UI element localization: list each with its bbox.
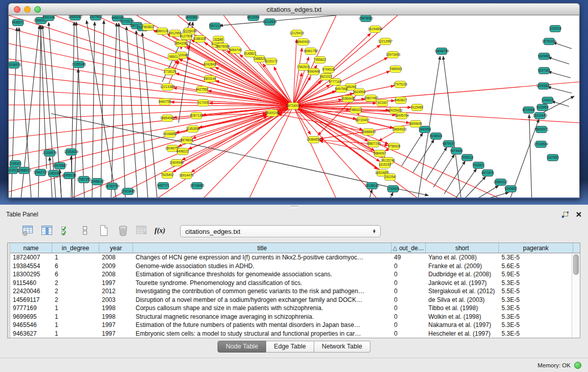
network-node[interactable]: 62160 [377, 100, 388, 106]
network-node[interactable]: 15751024 [542, 38, 557, 45]
network-node[interactable]: 18654985 [160, 115, 175, 122]
citation-edge-black[interactable] [488, 192, 509, 198]
network-node[interactable]: 20364436 [341, 96, 356, 102]
network-node[interactable]: 10654112 [493, 179, 508, 186]
network-node[interactable]: 21206576 [42, 150, 57, 157]
network-node[interactable]: 15718485 [190, 183, 205, 189]
select-columns-button[interactable] [59, 225, 73, 237]
citation-edge-black[interactable] [119, 23, 125, 198]
network-node[interactable]: 98601 [168, 54, 179, 60]
network-node[interactable]: 6879197 [443, 141, 455, 147]
network-node[interactable]: 8860128 [156, 28, 169, 35]
network-node[interactable]: 19218506 [263, 19, 277, 26]
vertical-scrollbar[interactable] [572, 253, 580, 338]
citation-edge-black[interactable] [553, 42, 572, 49]
table-row[interactable]: 1872400712008Changes of HCN gene express… [10, 253, 580, 262]
network-node[interactable]: 16154808 [368, 26, 383, 33]
citation-edge-black[interactable] [50, 157, 52, 198]
network-node[interactable]: 12125419 [290, 30, 304, 37]
citation-edge-red[interactable] [187, 58, 293, 106]
network-node[interactable]: 8454749 [229, 47, 242, 54]
network-node[interactable]: 7986322 [350, 107, 362, 114]
network-node[interactable]: 9127506 [180, 33, 193, 40]
network-node[interactable]: 9115954 [536, 104, 549, 111]
tab-node-table[interactable]: Node Table [217, 341, 266, 353]
network-node[interactable]: 18807299 [366, 141, 381, 147]
network-node[interactable]: 8471676 [482, 170, 494, 177]
citation-edge-red[interactable] [170, 114, 266, 134]
network-node[interactable]: 25206576 [8, 62, 21, 69]
panel-resize-handle[interactable] [0, 205, 588, 208]
network-node[interactable]: 18640910 [296, 39, 311, 46]
close-panel-icon[interactable] [576, 211, 582, 217]
network-node[interactable]: 1733426 [387, 186, 400, 192]
network-node[interactable]: 9457771 [157, 183, 170, 189]
citation-edge-black[interactable] [548, 57, 569, 64]
network-node[interactable]: 18300295 [265, 110, 280, 117]
citation-edge-black[interactable] [426, 147, 447, 180]
citation-edge-red[interactable] [320, 140, 374, 144]
network-node[interactable]: 1588520 [253, 56, 266, 62]
table-row[interactable]: 977716911998Corpus callosum shape and si… [10, 304, 580, 313]
network-node[interactable]: 8878834 [181, 137, 193, 144]
network-node[interactable]: 8267130 [190, 113, 203, 119]
network-node[interactable]: 16033803 [185, 15, 200, 21]
tab-network-table[interactable]: Network Table [314, 341, 371, 353]
network-node[interactable]: 8220172 [265, 58, 278, 65]
network-node[interactable]: 10807487 [364, 95, 379, 102]
network-node[interactable]: 18495764 [395, 113, 409, 119]
network-node[interactable]: 9756928 [388, 143, 401, 150]
network-node[interactable]: 3624554 [353, 89, 366, 96]
network-node[interactable]: 9794028 [322, 67, 335, 73]
network-node[interactable]: 19136141 [365, 183, 380, 189]
network-node[interactable]: 15692071 [534, 126, 549, 133]
network-node[interactable]: 9115460 [411, 104, 424, 111]
citation-edge-black[interactable] [529, 115, 532, 198]
network-node[interactable]: 1615152 [379, 162, 391, 168]
citation-edge-black[interactable] [548, 87, 572, 93]
citation-edge-red[interactable] [249, 106, 293, 198]
network-node[interactable]: 10688609 [361, 129, 376, 136]
network-node[interactable]: 12213967 [378, 38, 393, 45]
network-node[interactable]: 9245652 [505, 186, 517, 192]
column-header-short[interactable]: short [426, 243, 499, 253]
network-node[interactable]: 9777169 [329, 79, 342, 85]
network-node[interactable]: 9427552 [196, 86, 209, 93]
network-node[interactable]: 10653287 [68, 15, 83, 20]
network-node[interactable]: 7955822 [314, 57, 326, 63]
citation-edge-black[interactable] [465, 177, 486, 198]
network-node[interactable]: 1640954 [419, 126, 431, 133]
citation-edge-red[interactable] [293, 106, 500, 198]
column-header-pagerank[interactable]: pagerank [499, 243, 573, 253]
table-row[interactable]: 946554611997Estimation of the future num… [10, 321, 580, 330]
network-node[interactable]: 19384554 [307, 137, 321, 143]
table-row[interactable]: 911546021997Tourette syndrome. Phenomeno… [10, 279, 580, 288]
table-row[interactable]: 1830029562008Estimation of significance … [10, 270, 580, 279]
network-node[interactable]: 12093822 [536, 83, 551, 90]
network-node[interactable]: 1235301 [9, 161, 22, 167]
network-node[interactable]: 30975887 [53, 163, 68, 169]
network-node[interactable]: 1152519 [549, 26, 562, 32]
import-table-button[interactable] [135, 225, 148, 237]
citation-edge-black[interactable] [552, 101, 569, 106]
citation-edge-red[interactable] [9, 106, 293, 192]
float-panel-icon[interactable] [561, 211, 569, 218]
network-node[interactable]: 8990448 [308, 69, 320, 75]
citation-edge-red[interactable] [9, 74, 293, 106]
table-select-combobox[interactable]: citations_edges.txt ▲▼ [180, 225, 381, 237]
network-node[interactable]: 2803144 [204, 76, 216, 82]
network-node[interactable]: 21055346 [72, 61, 86, 68]
network-node[interactable]: 9227343 [538, 68, 551, 74]
citation-edge-red[interactable] [9, 105, 293, 106]
network-node[interactable]: 9699695 [409, 121, 422, 127]
network-node[interactable]: 9435571 [12, 19, 25, 26]
citation-edge-red[interactable] [9, 106, 293, 120]
network-node[interactable]: 10973493 [386, 52, 401, 58]
network-node[interactable]: 12923445 [121, 188, 136, 195]
network-node[interactable]: 917005 [198, 100, 209, 106]
citation-edge-black[interactable] [92, 22, 95, 198]
citation-edge-red[interactable] [9, 106, 293, 138]
network-node[interactable]: 8938924 [430, 133, 443, 140]
citation-edge-black[interactable] [443, 56, 461, 198]
network-node[interactable]: 2302146 [42, 15, 55, 21]
